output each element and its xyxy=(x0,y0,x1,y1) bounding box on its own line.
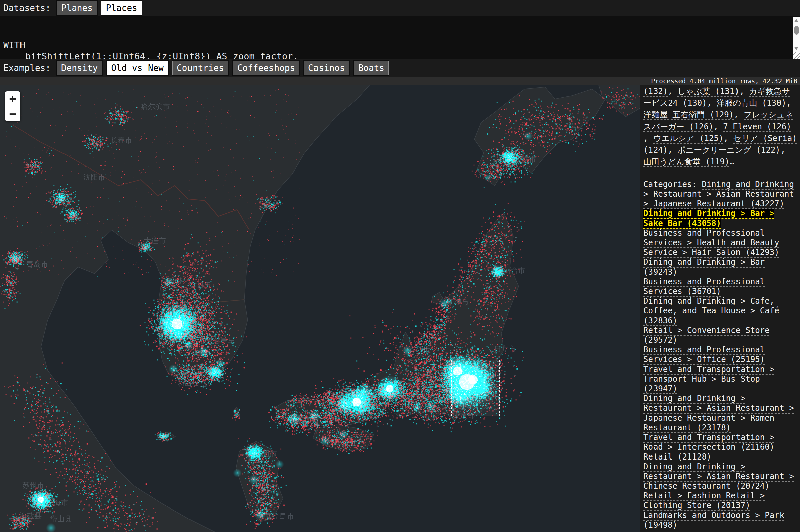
zoom-in-button[interactable]: + xyxy=(5,91,20,106)
map-canvas[interactable] xyxy=(0,85,640,532)
top-names: (132)しゃぶ葉 (131)カギ救急サービス24 (130)洋服の青山 (13… xyxy=(643,87,797,167)
query-code[interactable]: WITH bitShiftLeft(1::UInt64, {z:UInt8}) … xyxy=(0,38,800,59)
place-name-link[interactable]: ポニークリーニング (122) xyxy=(668,145,781,155)
status-text: Processed 4.04 million rows, 42.32 MiB xyxy=(651,77,797,84)
status-bar: Processed 4.04 million rows, 42.32 MiB xyxy=(0,77,800,85)
map-container[interactable]: + − xyxy=(0,85,640,532)
scrollbar-thumb[interactable] xyxy=(794,25,799,35)
place-name-link[interactable]: (132) xyxy=(643,87,668,96)
category-link[interactable]: Business and Professional Services (3670… xyxy=(643,277,765,296)
query-editor-scrollbar[interactable] xyxy=(793,17,800,52)
dataset-button[interactable]: Planes xyxy=(56,0,98,16)
category-link[interactable]: Business and Professional Services > Hea… xyxy=(643,228,780,257)
place-name-link[interactable]: しゃぶ葉 (131) xyxy=(668,87,739,96)
datasets-buttons: PlanesPlaces xyxy=(56,0,143,16)
place-name-link[interactable]: ウエルシア (125) xyxy=(643,134,723,143)
top-names-ellipsis: … xyxy=(729,157,734,167)
category-link[interactable]: Dining and Drinking > Restaurant > Asian… xyxy=(643,462,794,491)
datasets-label: Datasets: xyxy=(3,3,51,13)
example-button[interactable]: Density xyxy=(56,60,103,76)
top-names-list: (132)しゃぶ葉 (131)カギ救急サービス24 (130)洋服の青山 (13… xyxy=(643,86,797,168)
example-button[interactable]: Old vs New xyxy=(106,60,169,76)
categories-label: Categories: xyxy=(643,179,702,189)
examples-label: Examples: xyxy=(3,63,51,73)
example-button[interactable]: Coffeeshops xyxy=(232,60,300,76)
category-link[interactable]: Retail (21128) xyxy=(643,452,711,461)
zoom-out-button[interactable]: − xyxy=(5,106,20,121)
categories-list: Dining and Drinking > Restaurant > Asian… xyxy=(643,179,794,530)
place-name-link[interactable]: 洋服の青山 (130) xyxy=(707,98,786,108)
examples-row: Examples: DensityOld vs NewCountriesCoff… xyxy=(0,59,800,77)
query-editor[interactable]: WITH bitShiftLeft(1::UInt64, {z:UInt8}) … xyxy=(0,16,800,59)
category-link[interactable]: Retail > Convenience Store (29572) xyxy=(643,326,770,345)
main-area: + − (132)しゃぶ葉 (131)カギ救急サービス24 (130)洋服の青山… xyxy=(0,85,800,532)
tile-selection-box[interactable] xyxy=(451,360,499,416)
category-link[interactable]: Dining and Drinking > Bar > Sake Bar (43… xyxy=(643,209,775,228)
category-link[interactable]: Travel and Transportation > Road > Inter… xyxy=(643,433,775,452)
category-link[interactable]: Travel and Transportation > Transport Hu… xyxy=(643,364,775,393)
datasets-row: Datasets: PlanesPlaces xyxy=(0,0,800,16)
scroll-up-icon[interactable] xyxy=(794,19,799,22)
examples-buttons: DensityOld vs NewCountriesCoffeeshopsCas… xyxy=(56,60,389,76)
category-link[interactable]: Landmarks and Outdoors > Park (19498) xyxy=(643,511,784,530)
dataset-button[interactable]: Places xyxy=(101,0,143,16)
category-link[interactable]: Dining and Drinking > Cafe, Coffee, and … xyxy=(643,297,780,325)
categories-section: Categories: Dining and Drinking > Restau… xyxy=(643,179,797,530)
sidebar: (132)しゃぶ葉 (131)カギ救急サービス24 (130)洋服の青山 (13… xyxy=(640,85,800,532)
example-button[interactable]: Countries xyxy=(172,60,229,76)
category-link[interactable]: Dining and Drinking > Restaurant > Asian… xyxy=(643,394,794,432)
category-link[interactable]: Dining and Drinking > Bar (39243) xyxy=(643,258,765,277)
textarea-resize-grip-icon[interactable] xyxy=(793,52,800,59)
category-link[interactable]: Retail > Fashion Retail > Clothing Store… xyxy=(643,491,765,510)
category-link[interactable]: Business and Professional Services > Off… xyxy=(643,345,765,364)
scroll-down-icon[interactable] xyxy=(794,47,799,50)
place-name-link[interactable]: 7-Eleven (126) xyxy=(713,122,791,131)
example-button[interactable]: Casinos xyxy=(303,60,350,76)
map-zoom-control: + − xyxy=(5,91,20,121)
example-button[interactable]: Boats xyxy=(353,60,389,76)
